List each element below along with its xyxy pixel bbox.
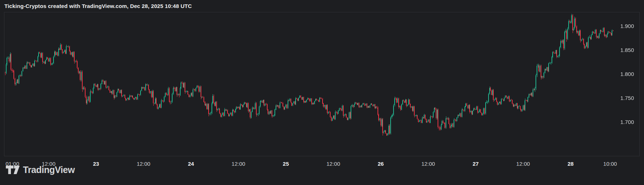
tradingview-logo-text: TradingView xyxy=(23,165,75,175)
price-axis-label: 1.850 xyxy=(620,47,634,53)
time-axis-label: 12:00 xyxy=(421,161,435,167)
page-title: Ticking-Cryptos created with TradingView… xyxy=(4,3,192,9)
time-axis-day-label: 24 xyxy=(188,161,194,167)
time-axis-label: 12:00 xyxy=(232,161,245,167)
price-axis-label: 1.900 xyxy=(620,23,634,29)
time-axis-label: 10:00 xyxy=(603,161,617,167)
chart-area: 1.9001.8501.8001.7501.700 01:0012:002312… xyxy=(4,12,640,156)
time-axis-label: 12:00 xyxy=(327,161,340,167)
candlestick-chart-canvas xyxy=(4,12,640,157)
price-axis-label: 1.700 xyxy=(620,119,634,125)
time-axis-day-label: 25 xyxy=(283,161,289,167)
time-axis-day-label: 28 xyxy=(568,161,574,167)
tradingview-logo-link[interactable]: TradingView xyxy=(6,165,75,175)
time-axis-label: 12:00 xyxy=(137,161,150,167)
time-axis-label: 12:00 xyxy=(516,161,530,167)
tradingview-logo-icon xyxy=(6,166,20,174)
time-axis-day-label: 23 xyxy=(93,161,99,167)
tradingview-snapshot: Ticking-Cryptos created with TradingView… xyxy=(0,0,644,185)
price-axis-label: 1.750 xyxy=(620,95,634,101)
price-axis-label: 1.800 xyxy=(620,71,634,77)
time-axis-day-label: 26 xyxy=(378,161,384,167)
time-axis-day-label: 27 xyxy=(473,161,479,167)
